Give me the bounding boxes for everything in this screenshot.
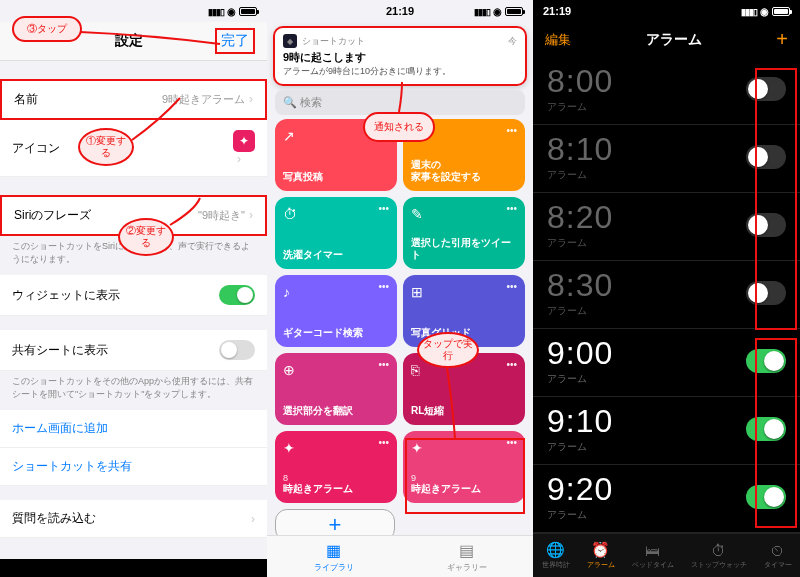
share-toggle[interactable] — [219, 340, 255, 360]
more-icon[interactable]: ••• — [378, 359, 389, 370]
chevron-icon: › — [249, 208, 253, 222]
chevron-icon: › — [237, 152, 241, 166]
shortcuts-app-icon: ◆ — [283, 34, 297, 48]
tile-icon: ⊞ — [411, 284, 423, 300]
nav-title: 設定 — [115, 32, 143, 50]
share-help: このショートカットをその他のAppから使用するには、共有シートを開いて"ショート… — [0, 371, 267, 410]
alarm-time: 8:00 — [547, 63, 613, 100]
shortcut-tile[interactable]: ✦•••9時起きアラーム — [403, 431, 525, 503]
alarm-toggle[interactable] — [746, 349, 786, 373]
battery-icon — [505, 7, 523, 16]
tile-icon: ✦ — [283, 440, 295, 456]
name-label: 名前 — [14, 91, 38, 108]
shortcut-tile[interactable]: ♪•••ギターコード検索 — [275, 275, 397, 347]
alarm-row[interactable]: 9:10アラーム — [533, 397, 800, 465]
widget-toggle[interactable] — [219, 285, 255, 305]
chevron-icon: › — [249, 92, 253, 106]
tab-bar: 🌐世界時計⏰アラーム🛏ベッドタイム⏱ストップウォッチ⏲タイマー — [533, 533, 800, 577]
shortcut-tile[interactable]: ✎•••選択した引用をツイート — [403, 197, 525, 269]
tab-4[interactable]: ⏲タイマー — [764, 542, 792, 570]
tab-gallery[interactable]: ▤ギャラリー — [447, 541, 487, 573]
grid-icon: ▦ — [326, 541, 341, 560]
more-icon[interactable]: ••• — [506, 359, 517, 370]
notif-app: ショートカット — [302, 35, 365, 48]
tile-icon: ↗ — [283, 128, 295, 144]
more-icon[interactable]: ••• — [378, 203, 389, 214]
shortcut-tile[interactable]: ✦•••8時起きアラーム — [275, 431, 397, 503]
signal-icon — [741, 5, 757, 17]
more-icon[interactable]: ••• — [378, 281, 389, 292]
notif-title: 9時に起こします — [283, 50, 517, 65]
alarm-label: アラーム — [547, 304, 613, 318]
alarm-row[interactable]: 9:00アラーム — [533, 329, 800, 397]
alarm-row[interactable]: 8:20アラーム — [533, 193, 800, 261]
tab-icon: ⏰ — [591, 541, 610, 559]
alarm-label: アラーム — [547, 508, 613, 522]
status-time: 21:19 — [386, 5, 414, 17]
alarm-label: アラーム — [547, 236, 613, 250]
more-icon[interactable]: ••• — [506, 125, 517, 136]
alarm-label: アラーム — [547, 372, 613, 386]
alarm-time: 9:20 — [547, 471, 613, 508]
shortcut-tile[interactable]: ⏱•••洗濯タイマー — [275, 197, 397, 269]
tab-library[interactable]: ▦ライブラリ — [314, 541, 354, 573]
tile-icon: ♪ — [283, 284, 290, 300]
tab-1[interactable]: ⏰アラーム — [587, 541, 615, 570]
notification-banner[interactable]: ◆ ショートカット 今 9時に起こします アラームが9時台に10分おきに鳴ります… — [273, 26, 527, 86]
alarm-row[interactable]: 8:30アラーム — [533, 261, 800, 329]
tile-icon: ✎ — [411, 206, 423, 222]
share-shortcut-row[interactable]: ショートカットを共有 — [0, 448, 267, 486]
alarm-toggle[interactable] — [746, 213, 786, 237]
tab-icon: ⏲ — [770, 542, 785, 559]
alarm-toggle[interactable] — [746, 485, 786, 509]
callout-notify: 通知される — [363, 112, 435, 142]
alarm-toggle[interactable] — [746, 281, 786, 305]
import-questions-row[interactable]: 質問を読み込む› — [0, 500, 267, 538]
more-icon[interactable]: ••• — [378, 437, 389, 448]
shortcut-grid: ↗•••写真投稿⌂•••週末の家事を設定する⏱•••洗濯タイマー✎•••選択した… — [267, 119, 533, 503]
add-to-home-row[interactable]: ホーム画面に追加 — [0, 410, 267, 448]
alarm-label: アラーム — [547, 168, 613, 182]
signal-icon — [208, 5, 224, 17]
tab-0[interactable]: 🌐世界時計 — [542, 541, 570, 570]
tab-3[interactable]: ⏱ストップウォッチ — [691, 542, 747, 570]
settings-panel: 設定 完了 名前 9時起きアラーム› アイコン ✦› Siriのフレーズ "9時… — [0, 0, 267, 577]
done-button[interactable]: 完了 — [215, 28, 255, 54]
notif-body: アラームが9時台に10分おきに鳴ります。 — [283, 65, 517, 78]
alarm-toggle[interactable] — [746, 77, 786, 101]
wand-icon: ✦ — [233, 130, 255, 152]
name-row[interactable]: 名前 9時起きアラーム› — [0, 79, 267, 120]
edit-button[interactable]: 編集 — [545, 31, 571, 49]
add-alarm-button[interactable]: + — [776, 28, 788, 51]
name-value: 9時起きアラーム — [162, 93, 245, 105]
widget-row[interactable]: ウィジェットに表示 — [0, 275, 267, 316]
tab-2[interactable]: 🛏ベッドタイム — [632, 542, 674, 570]
wifi-icon — [760, 5, 769, 17]
tab-icon: ⏱ — [711, 542, 726, 559]
alarm-row[interactable]: 9:20アラーム — [533, 465, 800, 533]
tab-icon: 🛏 — [645, 542, 660, 559]
alarm-time: 8:10 — [547, 131, 613, 168]
status-bar: 21:19 — [267, 0, 533, 22]
siri-value: "9時起き" — [198, 209, 245, 221]
widget-label: ウィジェットに表示 — [12, 287, 120, 304]
alarm-row[interactable]: 8:00アラーム — [533, 57, 800, 125]
alarm-time: 8:20 — [547, 199, 613, 236]
share-sheet-row[interactable]: 共有シートに表示 — [0, 330, 267, 371]
nav-title: アラーム — [646, 31, 702, 49]
more-icon[interactable]: ••• — [506, 281, 517, 292]
tile-icon: ✦ — [411, 440, 423, 456]
shortcut-tile[interactable]: ⊕•••選択部分を翻訳 — [275, 353, 397, 425]
alarm-toggle[interactable] — [746, 145, 786, 169]
callout-3: ③タップ — [12, 16, 82, 42]
alarm-row[interactable]: 8:10アラーム — [533, 125, 800, 193]
more-icon[interactable]: ••• — [506, 203, 517, 214]
alarm-time: 9:00 — [547, 335, 613, 372]
battery-icon — [772, 7, 790, 16]
alarm-label: アラーム — [547, 100, 613, 114]
more-icon[interactable]: ••• — [506, 437, 517, 448]
battery-icon — [239, 7, 257, 16]
alarm-toggle[interactable] — [746, 417, 786, 441]
alarm-panel: 21:19 編集 アラーム + 8:00アラーム8:10アラーム8:20アラーム… — [533, 0, 800, 577]
status-time: 21:19 — [543, 5, 571, 17]
